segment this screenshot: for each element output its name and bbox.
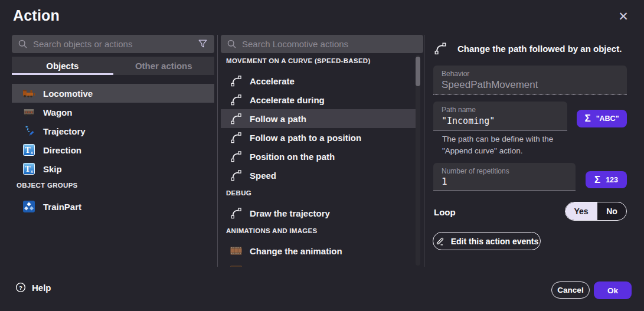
loop-yes-button[interactable]: Yes xyxy=(565,202,597,220)
object-item-label: Trajectory xyxy=(43,126,86,136)
action-item-label: Accelerate during xyxy=(250,95,325,105)
action-item-label: Change the animation xyxy=(250,246,342,256)
action-item-label: Follow a path to a position xyxy=(250,133,361,143)
object-item-trajectory[interactable]: Trajectory xyxy=(12,122,214,140)
object-item-locomotive[interactable]: Locomotive xyxy=(12,84,214,103)
object-item-label: Skip xyxy=(43,164,62,174)
path-curve-icon xyxy=(230,112,243,125)
actions-search-box xyxy=(221,35,423,53)
tab-other-actions[interactable]: Other actions xyxy=(113,57,215,75)
action-item-follow-a-path-to-a-position[interactable]: Follow a path to a position xyxy=(221,128,416,147)
cancel-button[interactable]: Cancel xyxy=(551,281,590,299)
action-item-follow-a-path[interactable]: Follow a path xyxy=(221,109,416,128)
section-header: MOVEMENT ON A CURVE (SPEED-BASED) xyxy=(226,57,371,64)
scrollbar-track[interactable] xyxy=(416,55,420,266)
loop-toggle: Yes No xyxy=(565,202,627,221)
filter-icon[interactable] xyxy=(197,38,208,50)
behavior-field-value: SpeedPathMovement xyxy=(442,79,538,91)
film-strip-icon xyxy=(230,246,243,256)
sigma-icon: Σ xyxy=(594,174,600,186)
object-item-wagon[interactable]: Wagon xyxy=(12,103,214,122)
objects-search-box xyxy=(12,35,214,53)
actions-search-input[interactable] xyxy=(242,39,417,49)
section-header: ANIMATIONS AND IMAGES xyxy=(226,227,318,234)
left-tabbar: Objects Other actions xyxy=(12,57,214,75)
sigma-icon: Σ xyxy=(584,113,590,125)
scrollbar-thumb[interactable] xyxy=(416,57,420,86)
path-name-field-label: Path name xyxy=(442,106,476,114)
svg-text:x: x xyxy=(31,169,34,174)
help-icon: ? xyxy=(15,282,26,293)
close-icon[interactable]: ✕ xyxy=(614,7,633,26)
action-item-label: Position on the path xyxy=(250,152,335,162)
string-expression-label: "ABC" xyxy=(596,114,619,123)
panel-divider xyxy=(424,35,424,267)
action-item-accelerate[interactable]: Accelerate xyxy=(221,71,416,90)
edit-action-events-label: Edit this action events xyxy=(451,237,539,246)
behavior-field: Behavior SpeedPathMovement xyxy=(433,66,627,95)
group-item-label: TrainPart xyxy=(43,202,81,212)
tab-objects[interactable]: Objects xyxy=(12,57,113,75)
repetitions-field[interactable]: Number of repetitions 1 xyxy=(433,163,576,191)
repetitions-field-label: Number of repetitions xyxy=(442,167,509,175)
loop-label: Loop xyxy=(434,207,456,217)
svg-text:x: x xyxy=(31,150,34,155)
dialog-title: Action xyxy=(13,7,60,24)
panel-divider xyxy=(217,35,218,267)
search-icon xyxy=(18,39,28,49)
path-curve-icon xyxy=(230,150,243,163)
object-groups-header: OBJECT GROUPS xyxy=(17,182,78,189)
svg-text:?: ? xyxy=(19,284,22,291)
locomotive-icon xyxy=(22,88,35,99)
action-item-speed[interactable]: Speed xyxy=(221,166,416,185)
path-name-field-value[interactable]: "Incoming" xyxy=(442,116,495,126)
help-button[interactable]: ? Help xyxy=(15,282,51,293)
section-header: DEBUG xyxy=(226,189,251,197)
action-item-change-the-animation[interactable]: Change the animation xyxy=(221,241,416,260)
search-icon xyxy=(227,39,237,49)
path-curve-icon xyxy=(230,93,243,106)
path-name-field[interactable]: Path name "Incoming" xyxy=(433,102,567,130)
action-item-label: Follow a path xyxy=(250,114,306,124)
object-item-label: Wagon xyxy=(43,107,72,117)
action-item-draw-the-trajectory[interactable]: Draw the trajectory xyxy=(221,204,416,222)
string-expression-button[interactable]: Σ "ABC" xyxy=(577,110,627,127)
edit-action-events-button[interactable]: Edit this action events xyxy=(433,232,541,250)
action-item-position-on-the-path[interactable]: Position on the path xyxy=(221,147,416,166)
repetitions-field-value[interactable]: 1 xyxy=(442,176,447,187)
object-item-direction[interactable]: Tx Direction xyxy=(12,140,214,159)
action-description: Change the path followed by an object. xyxy=(457,44,627,54)
action-item-label: Speed xyxy=(250,171,276,181)
path-curve-icon xyxy=(230,169,243,182)
wagon-icon xyxy=(22,107,35,117)
object-item-label: Locomotive xyxy=(43,89,93,99)
group-item-trainpart[interactable]: TrainPart xyxy=(12,197,214,216)
path-curve-icon xyxy=(230,131,243,144)
pencil-icon xyxy=(435,236,445,246)
actions-list: MOVEMENT ON A CURVE (SPEED-BASED) Accele… xyxy=(221,54,424,267)
loop-no-button[interactable]: No xyxy=(597,202,626,220)
action-description-icon xyxy=(433,41,447,58)
object-item-skip[interactable]: Tx Skip xyxy=(12,159,214,178)
path-helper-text: The path can be define with the "Append … xyxy=(442,133,584,157)
number-expression-label: 123 xyxy=(606,176,618,184)
action-item-label: Accelerate xyxy=(250,76,295,86)
behavior-field-label: Behavior xyxy=(442,70,469,78)
text-object-icon: Tx xyxy=(22,163,35,175)
film-strip-icon xyxy=(230,265,243,267)
ok-button[interactable]: Ok xyxy=(594,281,632,299)
object-group-icon xyxy=(22,201,35,212)
path-curve-icon xyxy=(230,207,243,220)
help-label: Help xyxy=(32,283,51,293)
path-curve-icon xyxy=(230,74,243,87)
object-item-label: Direction xyxy=(43,145,81,155)
objects-search-input[interactable] xyxy=(33,39,192,49)
action-item-label: Change the animation (by name) xyxy=(250,265,387,267)
text-object-icon: Tx xyxy=(22,144,35,156)
action-item-label: Draw the trajectory xyxy=(250,208,330,218)
number-expression-button[interactable]: Σ 123 xyxy=(586,171,627,188)
trajectory-icon xyxy=(22,125,35,137)
action-item-partially-visible[interactable]: Change the animation (by name) xyxy=(221,260,416,267)
action-item-accelerate-during[interactable]: Accelerate during xyxy=(221,90,416,109)
